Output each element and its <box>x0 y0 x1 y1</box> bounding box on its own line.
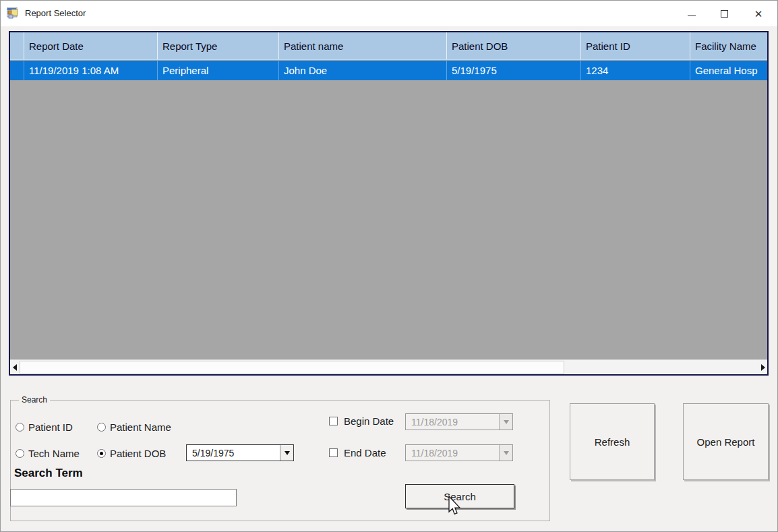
column-header-facility-name[interactable]: Facility Name <box>690 32 767 59</box>
close-icon: ✕ <box>754 9 763 19</box>
patient-dob-combobox[interactable]: 5/19/1975 <box>186 444 294 461</box>
begin-date-picker-dropdown-button <box>499 414 512 430</box>
cell-patient-name[interactable]: John Doe <box>278 61 446 80</box>
radio-patient-name-label[interactable]: Patient Name <box>110 421 171 433</box>
search-term-label: Search Term <box>14 467 83 480</box>
minimize-button[interactable] <box>677 1 707 26</box>
end-date-picker-value: 11/18/2019 <box>406 448 499 459</box>
scroll-left-icon <box>13 364 17 371</box>
row-header-cell <box>10 61 24 80</box>
cell-report-type[interactable]: Peripheral <box>157 61 278 80</box>
search-group-label: Search <box>19 395 50 405</box>
radio-patient-id[interactable] <box>16 423 24 432</box>
column-header-report-type[interactable]: Report Type <box>157 32 278 59</box>
scroll-left-button[interactable] <box>10 361 19 374</box>
chevron-down-icon <box>504 420 509 424</box>
radio-patient-name[interactable] <box>97 423 106 432</box>
maximize-button[interactable] <box>709 1 739 26</box>
cell-patient-dob[interactable]: 5/19/1975 <box>446 61 580 80</box>
report-selector-window: { "window": { "title": "Report Selector"… <box>0 0 778 532</box>
end-date-picker: 11/18/2019 <box>405 444 513 461</box>
column-header-patient-id[interactable]: Patient ID <box>580 32 690 59</box>
radio-patient-dob[interactable] <box>97 449 106 458</box>
minimize-icon <box>688 16 696 16</box>
cell-facility-name[interactable]: General Hosp <box>690 61 767 80</box>
column-header-patient-dob[interactable]: Patient DOB <box>446 32 580 59</box>
search-button[interactable]: Search <box>405 484 514 508</box>
close-button[interactable]: ✕ <box>744 1 773 26</box>
maximize-icon <box>721 10 728 18</box>
radio-patient-id-label[interactable]: Patient ID <box>28 421 73 433</box>
patient-dob-combobox-dropdown-button[interactable] <box>280 445 293 461</box>
scroll-right-button[interactable] <box>758 361 767 374</box>
cell-patient-id[interactable]: 1234 <box>580 61 690 80</box>
column-header-report-date[interactable]: Report Date <box>24 32 157 59</box>
begin-date-picker-value: 11/18/2019 <box>406 417 499 427</box>
open-report-button[interactable]: Open Report <box>683 403 769 480</box>
table-row-selected[interactable]: 11/19/2019 1:08 AM Peripheral John Doe 5… <box>10 61 767 80</box>
horizontal-scrollbar[interactable] <box>10 359 767 374</box>
scroll-right-icon <box>761 364 765 371</box>
end-date-picker-dropdown-button <box>499 445 512 461</box>
window-title: Report Selector <box>25 8 86 18</box>
begin-date-label[interactable]: Begin Date <box>344 415 394 427</box>
begin-date-picker: 11/18/2019 <box>405 413 513 430</box>
begin-date-checkbox[interactable] <box>329 417 338 425</box>
radio-tech-name[interactable] <box>16 449 24 458</box>
refresh-button-label: Refresh <box>595 436 630 448</box>
radio-patient-dob-label[interactable]: Patient DOB <box>110 448 166 459</box>
end-date-label[interactable]: End Date <box>344 447 386 459</box>
end-date-checkbox[interactable] <box>329 448 338 457</box>
open-report-button-label: Open Report <box>697 436 755 448</box>
radio-tech-name-label[interactable]: Tech Name <box>28 448 80 459</box>
cell-report-date[interactable]: 11/19/2019 1:08 AM <box>24 61 157 80</box>
grid-header-row: Report Date Report Type Patient name Pat… <box>10 32 767 60</box>
column-header-patient-name[interactable]: Patient name <box>278 32 446 59</box>
refresh-button[interactable]: Refresh <box>570 403 655 480</box>
reports-grid[interactable]: Report Date Report Type Patient name Pat… <box>9 31 769 376</box>
search-term-input[interactable] <box>10 489 237 506</box>
chevron-down-icon <box>504 451 509 455</box>
chevron-down-icon <box>285 451 290 455</box>
title-bar[interactable]: Report Selector ✕ <box>1 1 777 26</box>
scrollbar-thumb[interactable] <box>20 361 564 374</box>
patient-dob-combobox-value: 5/19/1975 <box>187 448 280 459</box>
app-icon <box>7 7 19 19</box>
search-button-label: Search <box>444 491 476 502</box>
row-header-stub <box>10 32 24 59</box>
